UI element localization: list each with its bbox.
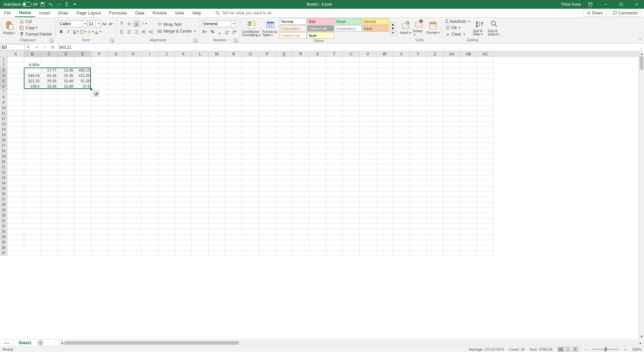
wrap-text-button[interactable]: Wrap Text (156, 21, 197, 28)
tab-insert[interactable]: Insert (35, 9, 54, 17)
minimize-button[interactable] (600, 0, 612, 9)
qat-customize-icon[interactable] (72, 2, 77, 7)
font-color-button[interactable]: A (95, 29, 101, 35)
maximize-button[interactable] (615, 0, 627, 9)
share-icon (587, 11, 591, 15)
style-neutral[interactable]: Neutral (362, 18, 389, 25)
number-format-select[interactable]: General (202, 20, 231, 27)
italic-button[interactable]: I (65, 29, 72, 35)
increase-indent-icon[interactable] (148, 29, 155, 35)
autosum-button[interactable]: ΣAutoSum (444, 18, 472, 25)
merge-center-button[interactable]: Merge & Center (156, 28, 197, 34)
collapse-ribbon-icon[interactable] (638, 37, 643, 43)
formula-input[interactable]: 543.21 (57, 44, 638, 51)
style-note[interactable]: Note (307, 32, 334, 39)
paste-button[interactable]: Paste (2, 21, 17, 35)
align-right-icon[interactable] (133, 29, 140, 35)
delete-cells-icon (414, 19, 424, 29)
font-size-dropdown[interactable] (96, 20, 101, 27)
name-box-dropdown[interactable] (25, 44, 30, 50)
decrease-font-icon[interactable]: A▾ (107, 20, 114, 27)
percent-format-icon[interactable]: % (209, 29, 216, 35)
decrease-indent-icon[interactable] (141, 29, 147, 35)
redo-icon[interactable] (56, 2, 61, 7)
orientation-icon[interactable] (141, 20, 147, 27)
name-box[interactable]: B3 (0, 44, 25, 50)
styles-more-icon[interactable]: ▾ (391, 30, 395, 35)
svg-point-7 (216, 11, 218, 13)
save-icon[interactable] (40, 2, 45, 7)
comments-button[interactable]: Comments (609, 10, 641, 16)
align-middle-icon[interactable] (126, 20, 132, 27)
style-normal[interactable]: Normal (280, 18, 307, 25)
expand-formula-bar-icon[interactable]: ⌄ (638, 44, 644, 51)
clipboard-group-label: Clipboard (20, 38, 36, 42)
user-name[interactable]: Tricia Goss (561, 2, 581, 7)
conditional-formatting-button[interactable]: Conditional Formatting (242, 20, 261, 37)
decrease-decimal-icon[interactable]: .00.0 (231, 29, 238, 35)
increase-decimal-icon[interactable]: .0.00 (224, 29, 230, 35)
accounting-format-icon[interactable]: $ (202, 29, 208, 35)
style-good[interactable]: Good (335, 18, 362, 25)
align-bottom-icon[interactable] (133, 20, 140, 27)
dialog-launcher-icon[interactable] (110, 39, 114, 43)
tab-review[interactable]: Review (149, 9, 171, 17)
clear-button[interactable]: Clear (444, 31, 472, 37)
styles-scroll-down-icon[interactable]: ▾ (391, 26, 395, 30)
underline-button[interactable]: U (72, 29, 79, 35)
tab-formulas[interactable]: Formulas (105, 9, 131, 17)
comma-format-icon[interactable]: , (216, 29, 223, 35)
share-button[interactable]: Share (583, 10, 606, 16)
ribbon-options-icon[interactable] (584, 0, 596, 9)
font-name-dropdown[interactable] (83, 20, 87, 27)
tell-me-placeholder: Tell me what you want to do (222, 11, 272, 15)
number-format-dropdown[interactable] (231, 20, 236, 27)
format-cells-button[interactable]: Format (426, 21, 440, 35)
merge-label: Merge & Center (163, 29, 192, 34)
undo-icon[interactable] (48, 2, 53, 7)
cut-button[interactable]: Cut (18, 18, 53, 25)
font-name-select[interactable]: Calibri (58, 20, 83, 27)
format-painter-button[interactable]: Format Painter (18, 31, 53, 37)
enter-formula-icon[interactable]: ✓ (41, 44, 49, 51)
align-center-icon[interactable] (126, 29, 132, 35)
dialog-launcher-icon[interactable] (49, 39, 53, 43)
cancel-formula-icon[interactable]: ✕ (33, 44, 41, 51)
style-calculation[interactable]: Calculation (280, 25, 307, 32)
border-button[interactable] (80, 29, 87, 35)
fill-color-button[interactable] (87, 29, 94, 35)
find-select-button[interactable]: Find & Select (488, 19, 501, 36)
style-input[interactable]: Input (362, 25, 389, 32)
tell-me-search[interactable]: Tell me what you want to do (215, 9, 272, 17)
format-as-table-button[interactable]: Format as Table (262, 20, 278, 37)
font-size-select[interactable]: 11 (88, 20, 96, 27)
autosave-toggle[interactable]: AutoSave Off (3, 2, 37, 7)
style-bad[interactable]: Bad (307, 18, 334, 25)
dialog-launcher-icon[interactable] (193, 39, 197, 43)
increase-font-icon[interactable]: A▴ (101, 20, 107, 27)
tab-data[interactable]: Data (131, 9, 148, 17)
insert-function-icon[interactable]: fx (49, 44, 57, 51)
fill-button[interactable]: Fill (444, 25, 472, 31)
close-button[interactable] (631, 0, 643, 9)
align-top-icon[interactable] (118, 20, 125, 27)
tab-home[interactable]: Home (15, 9, 35, 17)
tab-file[interactable]: File (0, 9, 15, 17)
delete-cells-button[interactable]: Delete (413, 19, 425, 37)
editing-group-label: Editing (467, 38, 478, 42)
bold-button[interactable]: B (58, 29, 64, 35)
insert-cells-button[interactable]: Insert (399, 21, 412, 35)
touch-mode-icon[interactable] (64, 2, 69, 7)
tab-draw[interactable]: Draw (54, 9, 72, 17)
tab-page-layout[interactable]: Page Layout (72, 9, 105, 17)
dialog-launcher-icon[interactable] (234, 39, 238, 43)
style-explanatory[interactable]: Explanatory ... (335, 25, 362, 32)
tab-view[interactable]: View (171, 9, 188, 17)
copy-button[interactable]: Copy (18, 25, 53, 31)
sort-filter-button[interactable]: AZSort & Filter (473, 19, 486, 36)
tab-help[interactable]: Help (188, 9, 205, 17)
align-left-icon[interactable] (118, 29, 125, 35)
font-color-icon: A (95, 30, 99, 34)
style-check-cell[interactable]: Check Cell (307, 25, 334, 32)
style-linked-cell[interactable]: Linked Cell (280, 32, 307, 39)
